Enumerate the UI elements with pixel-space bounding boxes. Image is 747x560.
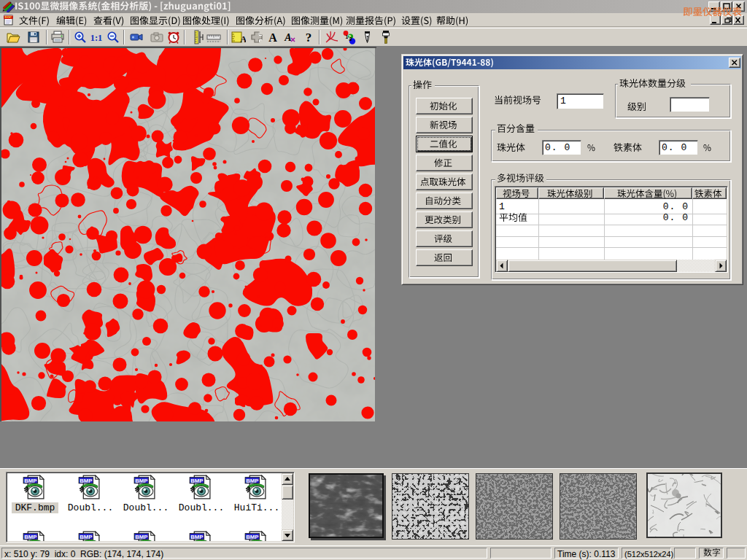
svg-text:DOC: DOC bbox=[5, 15, 13, 19]
svg-text:?: ? bbox=[306, 31, 312, 44]
svg-text:A: A bbox=[284, 32, 291, 43]
svg-text:3: 3 bbox=[349, 36, 352, 42]
svg-text:1:1: 1:1 bbox=[90, 33, 103, 43]
svg-text:A: A bbox=[268, 31, 277, 44]
svg-text:A: A bbox=[240, 34, 246, 44]
